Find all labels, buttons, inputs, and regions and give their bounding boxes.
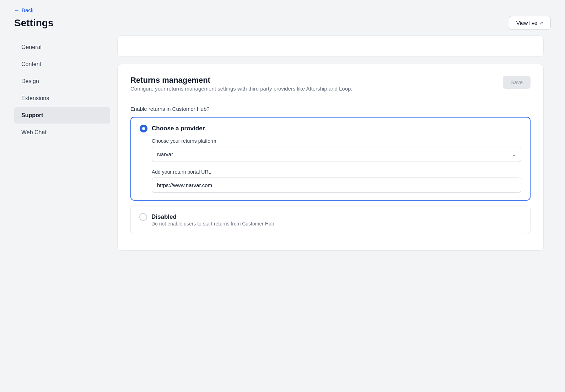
platform-label: Choose your returns platform bbox=[152, 138, 521, 144]
content-area: Returns management Configure your return… bbox=[110, 36, 551, 385]
external-link-icon: ➚ bbox=[539, 20, 543, 26]
sidebar-item-web-chat[interactable]: Web Chat bbox=[14, 124, 110, 141]
disabled-title: Disabled bbox=[151, 213, 177, 220]
sidebar-item-design[interactable]: Design bbox=[14, 73, 110, 89]
view-live-label: View live bbox=[516, 20, 537, 26]
sidebar-item-content[interactable]: Content bbox=[14, 56, 110, 72]
sidebar: General Content Design Extensions Suppor… bbox=[14, 36, 110, 385]
back-arrow-icon: ← bbox=[14, 7, 20, 13]
provider-radio[interactable] bbox=[140, 125, 147, 132]
platform-select-wrapper: Narvar Aftership Loop Custom ⌄ bbox=[152, 147, 521, 162]
back-link[interactable]: ← Back bbox=[14, 7, 33, 13]
sidebar-item-general[interactable]: General bbox=[14, 39, 110, 55]
back-label: Back bbox=[22, 7, 33, 13]
disabled-radio[interactable] bbox=[139, 213, 147, 221]
url-label: Add your return portal URL bbox=[152, 169, 521, 175]
returns-management-card: Returns management Configure your return… bbox=[117, 64, 544, 251]
sidebar-item-support[interactable]: Support bbox=[14, 107, 110, 124]
disabled-description: Do not enable users to start returns fro… bbox=[151, 221, 522, 227]
platform-select[interactable]: Narvar Aftership Loop Custom bbox=[152, 147, 521, 162]
provider-title: Choose a provider bbox=[152, 125, 205, 132]
sidebar-item-extensions[interactable]: Extensions bbox=[14, 90, 110, 107]
disabled-option-card[interactable]: Disabled Do not enable users to start re… bbox=[130, 206, 531, 234]
save-button[interactable]: Save bbox=[503, 76, 531, 89]
partial-top-card bbox=[117, 36, 544, 57]
provider-option-card[interactable]: Choose a provider Choose your returns pl… bbox=[130, 117, 531, 201]
card-title-area: Returns management Configure your return… bbox=[130, 76, 353, 102]
enable-question: Enable returns in Customer Hub? bbox=[130, 106, 531, 112]
card-title: Returns management bbox=[130, 76, 353, 85]
page-title: Settings bbox=[14, 17, 53, 29]
card-description: Configure your returns management settin… bbox=[130, 85, 353, 93]
provider-option-body: Choose your returns platform Narvar Afte… bbox=[140, 138, 521, 193]
view-live-button[interactable]: View live ➚ bbox=[509, 16, 551, 30]
url-input[interactable] bbox=[152, 178, 521, 193]
